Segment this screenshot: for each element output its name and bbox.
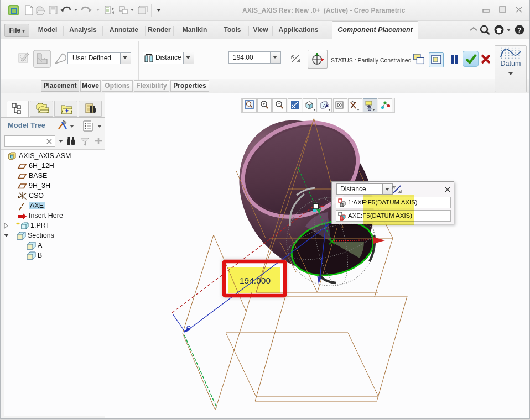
svg-text:AB: AB (323, 103, 329, 107)
svg-text:?: ? (517, 26, 522, 34)
svg-text:194.000: 194.000 (240, 276, 271, 285)
svg-text:x: x (25, 197, 27, 200)
